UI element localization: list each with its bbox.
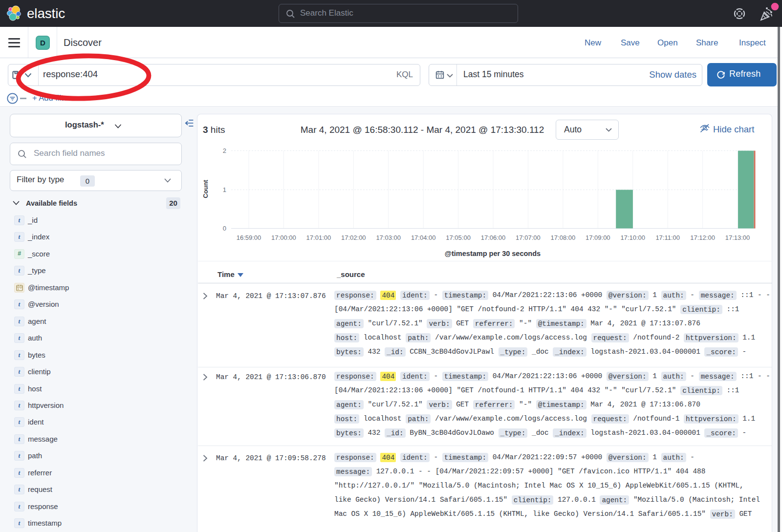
svg-text:0: 0 — [223, 225, 226, 232]
svg-text:17:01:00: 17:01:00 — [306, 234, 331, 241]
svg-text:Count: Count — [202, 180, 209, 198]
svg-text:17:09:00: 17:09:00 — [586, 234, 610, 241]
svg-text:17:10:00: 17:10:00 — [620, 234, 645, 241]
svg-text:16:59:00: 16:59:00 — [237, 234, 261, 241]
svg-text:17:08:00: 17:08:00 — [551, 234, 576, 241]
svg-text:17:11:00: 17:11:00 — [655, 234, 680, 241]
svg-text:2: 2 — [223, 147, 226, 154]
svg-text:17:00:00: 17:00:00 — [271, 234, 296, 241]
svg-text:17:03:00: 17:03:00 — [376, 234, 401, 241]
svg-text:17:06:00: 17:06:00 — [481, 234, 506, 241]
svg-text:17:12:00: 17:12:00 — [690, 234, 715, 241]
svg-text:17:13:00: 17:13:00 — [725, 234, 750, 241]
svg-text:17:07:00: 17:07:00 — [516, 234, 541, 241]
svg-text:17:02:00: 17:02:00 — [341, 234, 366, 241]
svg-text:17:05:00: 17:05:00 — [446, 234, 471, 241]
svg-text:1: 1 — [223, 186, 226, 193]
svg-text:17:04:00: 17:04:00 — [411, 234, 436, 241]
